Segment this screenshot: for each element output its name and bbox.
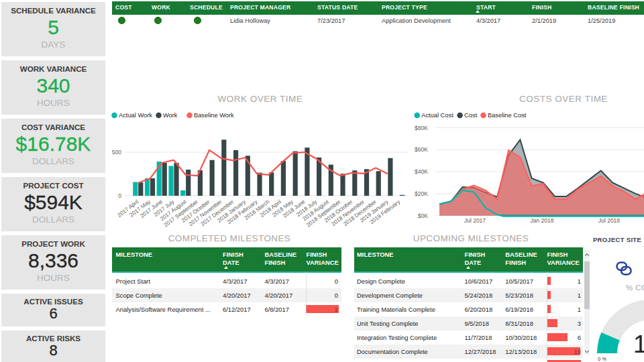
- svg-text:$0K: $0K: [418, 213, 429, 219]
- svg-text:Jul 2018: Jul 2018: [598, 217, 620, 224]
- svg-text:$80K: $80K: [415, 125, 428, 131]
- svg-text:17: 17: [633, 330, 644, 358]
- svg-text:$40K: $40K: [415, 168, 428, 175]
- svg-text:COSTS OVER TIME: COSTS OVER TIME: [519, 94, 608, 104]
- svg-text:Jan 2018: Jan 2018: [531, 217, 554, 224]
- svg-text:Jul 2017: Jul 2017: [464, 217, 486, 224]
- svg-text:$60K: $60K: [415, 146, 428, 153]
- svg-text:Baseline Cost: Baseline Cost: [488, 112, 527, 119]
- svg-text:Cost: Cost: [464, 112, 478, 119]
- svg-text:$20K: $20K: [415, 190, 428, 197]
- svg-text:0 %: 0 %: [598, 356, 606, 362]
- svg-text:Actual Cost: Actual Cost: [421, 112, 453, 119]
